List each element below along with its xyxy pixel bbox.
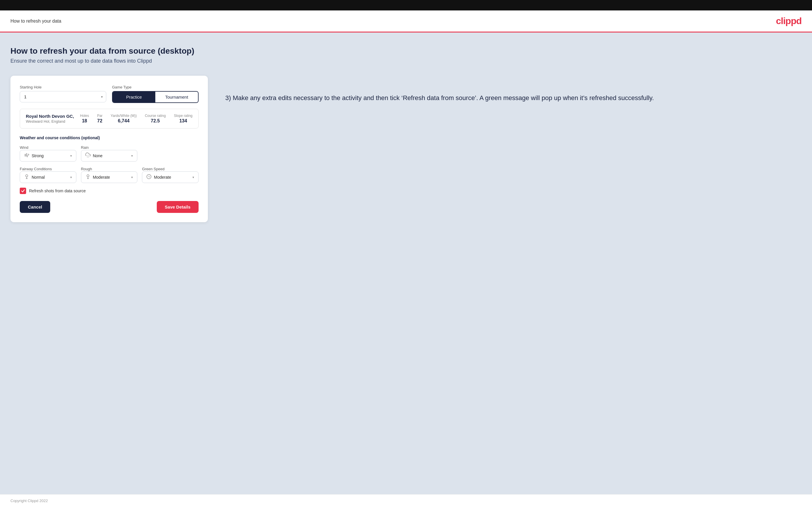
wind-caret-icon: ▾ <box>70 154 72 158</box>
par-label: Par <box>97 114 102 118</box>
breadcrumb: How to refresh your data <box>10 18 61 24</box>
green-speed-value: Moderate <box>154 175 193 179</box>
form-actions: Cancel Save Details <box>20 201 199 213</box>
rain-icon <box>85 153 91 159</box>
rough-caret-icon: ▾ <box>131 175 133 179</box>
fairway-select[interactable]: Normal ▾ <box>20 171 77 183</box>
fairway-value: Normal <box>32 175 70 179</box>
course-info-box: Royal North Devon GC, Westward Hol, Engl… <box>20 109 199 128</box>
fairway-label: Fairway Conditions <box>20 167 52 171</box>
refresh-checkbox-row: Refresh shots from data source <box>20 188 199 194</box>
starting-hole-group: Starting Hole 1 ▾ <box>20 85 106 103</box>
starting-hole-select[interactable]: 1 <box>20 91 106 102</box>
header: How to refresh your data clippd <box>0 10 812 33</box>
wind-label: Wind <box>20 145 29 150</box>
cancel-button[interactable]: Cancel <box>20 201 50 213</box>
fairway-icon <box>24 174 29 180</box>
wind-field: Wind Strong ▾ <box>20 145 77 162</box>
info-panel: 3) Make any extra edits necessary to the… <box>225 76 802 103</box>
game-type-group: Game Type Practice Tournament <box>112 85 199 103</box>
slope-rating-stat: Slope rating 134 <box>174 114 193 123</box>
course-rating-label: Course rating <box>145 114 166 118</box>
practice-button[interactable]: Practice <box>113 92 155 102</box>
par-stat: Par 72 <box>97 114 102 123</box>
rain-caret-icon: ▾ <box>131 154 133 158</box>
green-speed-field: Green Speed Moderate ▾ <box>142 166 199 183</box>
footer: Copyright Clippd 2022 <box>0 494 812 507</box>
rough-value: Moderate <box>93 175 132 179</box>
slope-rating-label: Slope rating <box>174 114 193 118</box>
course-name-group: Royal North Devon GC, Westward Hol, Engl… <box>26 114 74 123</box>
slope-rating-value: 134 <box>180 118 187 123</box>
course-stats: Holes 18 Par 72 Yards/White (M)) 6,744 C… <box>80 114 193 123</box>
wind-icon <box>24 153 29 159</box>
course-location: Westward Hol, England <box>26 119 74 123</box>
rain-value: None <box>93 154 132 158</box>
main-content: How to refresh your data from source (de… <box>0 33 812 494</box>
green-speed-caret-icon: ▾ <box>193 175 194 179</box>
green-speed-label: Green Speed <box>142 167 164 171</box>
save-button[interactable]: Save Details <box>157 201 199 213</box>
content-row: Starting Hole 1 ▾ Game Type Practice Tou… <box>10 76 802 222</box>
rain-field: Rain None ▾ <box>81 145 138 162</box>
refresh-checkbox[interactable] <box>20 188 26 194</box>
course-name: Royal North Devon GC, <box>26 114 74 119</box>
par-value: 72 <box>97 118 102 123</box>
rain-select[interactable]: None ▾ <box>81 150 138 162</box>
rough-label: Rough <box>81 167 92 171</box>
starting-hole-label: Starting Hole <box>20 85 106 89</box>
holes-value: 18 <box>82 118 87 123</box>
rough-select[interactable]: Moderate ▾ <box>81 171 138 183</box>
course-rating-stat: Course rating 72.5 <box>145 114 166 123</box>
course-rating-value: 72.5 <box>151 118 160 123</box>
copyright-text: Copyright Clippd 2022 <box>10 499 48 503</box>
conditions-title: Weather and course conditions (optional) <box>20 135 199 140</box>
holes-label: Holes <box>80 114 89 118</box>
fairway-caret-icon: ▾ <box>70 175 72 179</box>
green-speed-icon <box>146 174 152 180</box>
fairway-rough-green-row: Fairway Conditions Normal ▾ Rough <box>20 166 199 183</box>
svg-point-7 <box>87 175 89 177</box>
wind-select[interactable]: Strong ▾ <box>20 150 77 162</box>
holes-stat: Holes 18 <box>80 114 89 123</box>
rough-icon <box>85 174 91 180</box>
game-type-label: Game Type <box>112 85 199 89</box>
yards-label: Yards/White (M)) <box>111 114 137 118</box>
top-bar <box>0 0 812 10</box>
info-text: 3) Make any extra edits necessary to the… <box>225 93 802 103</box>
green-speed-select[interactable]: Moderate ▾ <box>142 171 199 183</box>
yards-stat: Yards/White (M)) 6,744 <box>111 114 137 123</box>
yards-value: 6,744 <box>118 118 130 123</box>
logo: clippd <box>776 16 802 26</box>
wind-rain-row: Wind Strong ▾ Rain <box>20 145 199 162</box>
starting-hole-select-wrapper[interactable]: 1 ▾ <box>20 91 106 102</box>
top-fields-row: Starting Hole 1 ▾ Game Type Practice Tou… <box>20 85 199 103</box>
page-title: How to refresh your data from source (de… <box>10 46 802 56</box>
rain-label: Rain <box>81 145 89 150</box>
fairway-field: Fairway Conditions Normal ▾ <box>20 166 77 183</box>
rough-field: Rough Moderate ▾ <box>81 166 138 183</box>
svg-point-6 <box>26 175 28 177</box>
refresh-label: Refresh shots from data source <box>29 188 86 193</box>
wind-value: Strong <box>32 154 70 158</box>
form-card: Starting Hole 1 ▾ Game Type Practice Tou… <box>10 76 208 222</box>
game-type-toggle: Practice Tournament <box>112 91 199 103</box>
page-subtitle: Ensure the correct and most up to date d… <box>10 58 802 64</box>
tournament-button[interactable]: Tournament <box>155 92 198 102</box>
